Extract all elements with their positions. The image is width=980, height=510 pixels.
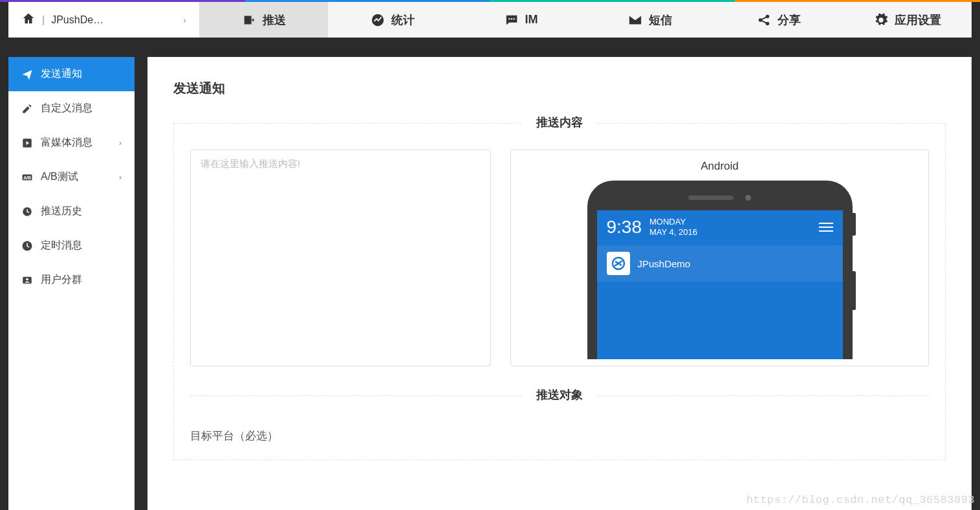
svg-point-2 — [510, 17, 512, 19]
target-platform-label: 目标平台（必选） — [190, 428, 929, 443]
phone-button — [853, 213, 856, 236]
chevron-right-icon: › — [119, 172, 122, 182]
chevron-right-icon: › — [183, 15, 186, 25]
tab-push[interactable]: 推送 — [199, 2, 328, 38]
phone-button — [853, 271, 856, 310]
sidebar-label: 推送历史 — [41, 205, 82, 218]
sidebar-item-ab-test[interactable]: A/B A/B测试 › — [8, 160, 135, 194]
status-date-text: MAY 4, 2016 — [649, 227, 697, 238]
status-time: 9:38 — [607, 217, 642, 238]
notification-row: JPushDemo — [597, 245, 843, 282]
preview-box: Android 9:38 MONDAY — [510, 150, 929, 366]
home-icon — [21, 12, 36, 28]
users-icon — [21, 274, 33, 286]
stats-icon — [371, 13, 385, 27]
sidebar-label: 富媒体消息 — [41, 136, 93, 150]
tab-sms-label: 短信 — [649, 12, 672, 28]
sidebar-item-send-notice[interactable]: 发送通知 — [8, 57, 135, 91]
menu-icon — [819, 223, 833, 232]
phone-speaker — [688, 195, 734, 200]
edit-icon — [21, 103, 33, 115]
sidebar-item-scheduled[interactable]: 定时消息 — [8, 228, 135, 263]
send-icon — [21, 69, 33, 80]
share-icon — [757, 13, 771, 27]
tab-settings[interactable]: 应用设置 — [843, 2, 972, 38]
main-content: 发送通知 推送内容 Android — [147, 57, 972, 510]
sidebar-item-push-history[interactable]: 推送历史 — [8, 194, 135, 228]
layout: 发送通知 自定义消息 富媒体消息 › A/B A/B测试 › 推送历史 定时消息… — [8, 57, 972, 510]
tab-stats-label: 统计 — [391, 12, 415, 28]
sidebar-label: 定时消息 — [41, 239, 82, 252]
section-push-content: 推送内容 Android 9:38 — [173, 123, 946, 460]
breadcrumb[interactable]: | JPushDe… › — [8, 2, 199, 38]
sidebar: 发送通知 自定义消息 富媒体消息 › A/B A/B测试 › 推送历史 定时消息… — [8, 57, 135, 510]
chevron-right-icon: › — [119, 138, 122, 148]
sidebar-item-rich-media[interactable]: 富媒体消息 › — [8, 126, 135, 160]
tab-sms[interactable]: 短信 — [585, 2, 714, 38]
tab-im[interactable]: IM — [457, 2, 585, 38]
sms-icon — [628, 13, 642, 27]
svg-point-1 — [508, 17, 510, 19]
tab-stats[interactable]: 统计 — [328, 2, 457, 38]
svg-text:A/B: A/B — [23, 175, 31, 180]
im-icon — [505, 13, 519, 27]
sidebar-label: 发送通知 — [41, 67, 82, 81]
gear-icon — [874, 13, 888, 27]
svg-point-3 — [513, 17, 514, 19]
status-day: MONDAY — [649, 217, 697, 227]
timer-icon — [21, 240, 33, 252]
phone-camera — [745, 195, 751, 201]
page-title: 发送通知 — [173, 80, 946, 97]
sidebar-label: 自定义消息 — [41, 102, 93, 115]
tab-share[interactable]: 分享 — [714, 2, 843, 38]
status-date: MONDAY MAY 4, 2016 — [649, 217, 697, 237]
push-content-textarea[interactable] — [190, 150, 491, 366]
phone-top — [597, 195, 843, 201]
clock-icon — [21, 206, 33, 217]
sidebar-label: 用户分群 — [41, 273, 82, 287]
preview-platform-label: Android — [511, 160, 928, 173]
section-push-target: 推送对象 目标平台（必选） — [190, 395, 929, 443]
section-header-target: 推送对象 — [523, 387, 596, 403]
tab-im-label: IM — [525, 13, 538, 27]
section-header-content: 推送内容 — [523, 115, 596, 130]
sidebar-item-custom-msg[interactable]: 自定义消息 — [8, 91, 135, 126]
play-icon — [21, 137, 33, 149]
phone-screen: 9:38 MONDAY MAY 4, 2016 — [597, 210, 843, 359]
notification-app-icon — [607, 252, 630, 275]
tab-push-label: 推送 — [263, 12, 286, 28]
phone-mockup: 9:38 MONDAY MAY 4, 2016 — [587, 181, 853, 359]
push-icon — [242, 13, 256, 27]
tab-share-label: 分享 — [778, 12, 801, 28]
ab-icon: A/B — [21, 172, 33, 183]
separator: | — [42, 14, 45, 26]
svg-point-13 — [26, 278, 28, 280]
notification-title: JPushDemo — [638, 258, 691, 269]
tab-settings-label: 应用设置 — [895, 12, 941, 28]
top-nav: | JPushDe… › 推送 统计 IM 短信 分享 应用设置 — [8, 2, 972, 38]
sidebar-item-user-segments[interactable]: 用户分群 — [8, 263, 135, 297]
top-tabs: 推送 统计 IM 短信 分享 应用设置 — [199, 2, 972, 38]
sidebar-label: A/B测试 — [41, 170, 78, 184]
breadcrumb-app-name: JPushDe… — [51, 14, 103, 26]
phone-status-bar: 9:38 MONDAY MAY 4, 2016 — [597, 210, 843, 244]
